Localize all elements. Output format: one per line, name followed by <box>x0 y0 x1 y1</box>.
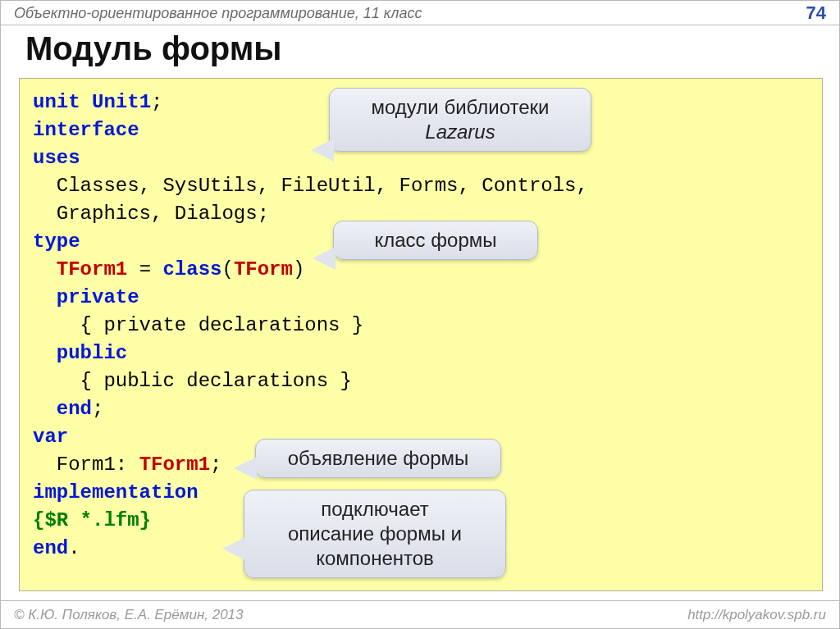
callout-connects-line3: компонентов <box>316 547 434 569</box>
indent <box>33 258 57 280</box>
kw-interface: interface <box>33 119 139 141</box>
type-tform1b: TForm1 <box>139 454 210 476</box>
public-comment: { public declarations } <box>33 370 352 392</box>
callout-connects-line2: описание формы и <box>288 522 462 545</box>
eq: = <box>127 258 162 280</box>
kw-class: class <box>162 258 221 280</box>
kw-implementation: implementation <box>33 481 199 504</box>
paren-close: ) <box>293 258 304 280</box>
callout-connects-description: подключает описание формы и компонентов <box>244 490 506 578</box>
paren-open: ( <box>221 258 233 280</box>
indent3 <box>33 342 57 364</box>
uses-line1: Classes, SysUtils, FileUtil, Forms, Cont… <box>33 175 588 197</box>
kw-uses: uses <box>33 147 80 169</box>
ident-unit1: Unit1 <box>92 91 151 113</box>
indent4 <box>33 398 57 420</box>
callout-form-declaration-tail <box>234 457 257 480</box>
callout-libraries-line2: Lazarus <box>425 121 495 143</box>
page-number: 74 <box>806 1 826 25</box>
semi: ; <box>151 91 162 113</box>
kw-public: public <box>57 342 127 364</box>
private-comment: { private declarations } <box>33 314 363 336</box>
footer-url: http://kpolyakov.spb.ru <box>687 607 826 623</box>
callout-form-class-tail <box>313 247 336 270</box>
callout-libraries: модули библиотеки Lazarus <box>329 88 591 152</box>
callout-form-class: класс формы <box>333 221 538 260</box>
slide-title: Модуль формы <box>25 30 282 67</box>
kw-type: type <box>33 230 80 253</box>
semi3: ; <box>210 454 221 476</box>
type-tform1: TForm1 <box>57 258 127 280</box>
callout-connects-line1: подключает <box>321 498 428 520</box>
uses-line2: Graphics, Dialogs; <box>33 203 269 225</box>
callout-libraries-tail <box>311 139 334 162</box>
course-title: Объектно-ориентированное программировани… <box>14 1 422 25</box>
semi2: ; <box>92 398 103 420</box>
dot: . <box>68 537 80 559</box>
directive-r-lfm: {$R *.lfm} <box>33 509 151 531</box>
callout-libraries-line1: модули библиотеки <box>372 96 550 118</box>
slide: Объектно-ориентированное программировани… <box>0 0 840 629</box>
callout-connects-tail <box>222 537 245 560</box>
kw-var: var <box>33 426 68 448</box>
indent2 <box>33 286 57 308</box>
callout-form-declaration-text: объявление формы <box>288 447 469 469</box>
kw-unit: unit <box>33 91 80 113</box>
callout-form-declaration: объявление формы <box>255 439 501 478</box>
kw-private: private <box>57 286 139 308</box>
kw-end2: end <box>33 537 68 559</box>
header-bar: Объектно-ориентированное программировани… <box>1 1 839 25</box>
var-form1: Form1: <box>33 454 139 476</box>
footer-copyright: © К.Ю. Поляков, Е.А. Ерёмин, 2013 <box>14 607 244 623</box>
kw-end: end <box>57 398 92 420</box>
type-tform: TForm <box>234 258 293 280</box>
callout-form-class-text: класс формы <box>375 229 497 251</box>
footer-bar: © К.Ю. Поляков, Е.А. Ерёмин, 2013 http:/… <box>1 600 839 628</box>
